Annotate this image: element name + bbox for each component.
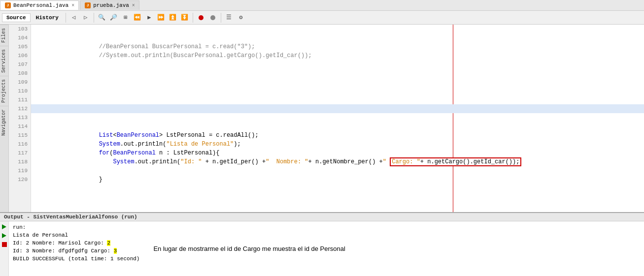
- play-icon: [2, 224, 6, 229]
- toolbar-btn-tasks[interactable]: ☰: [224, 13, 235, 23]
- toolbar-btn-r5[interactable]: ⏬: [179, 13, 190, 23]
- line-num-115: 115: [12, 131, 28, 140]
- code-line-113: [31, 113, 644, 122]
- output-stop-btn[interactable]: [1, 241, 8, 248]
- line-num-113: 113: [12, 113, 28, 122]
- line-num-111: 111: [12, 95, 28, 104]
- red-circle-icon: [199, 15, 203, 20]
- code-line-108: [31, 69, 644, 78]
- toolbar-btn-forward[interactable]: ▷: [80, 13, 91, 23]
- code-line-106: [31, 51, 644, 60]
- highlight-3: 3: [114, 248, 117, 254]
- output-panel: Output - SistVentasMuebleriaAlfonso (run…: [0, 212, 644, 276]
- tab-prueba-label: prueba.java: [93, 2, 129, 8]
- toolbar-sep-2: [94, 13, 94, 23]
- navigator-panel-tab[interactable]: Navigator: [0, 106, 8, 139]
- gray-circle-icon: [210, 15, 215, 20]
- line-num-118: 118: [12, 157, 28, 166]
- tab-prueba[interactable]: J prueba.java ×: [80, 0, 139, 10]
- line-num-109: 109: [12, 78, 28, 87]
- code-line-110: [31, 87, 644, 95]
- toolbar-btn-r2[interactable]: ▶: [144, 13, 155, 23]
- output-left-buttons: [0, 221, 9, 276]
- line-num-104: 104: [12, 33, 28, 42]
- toolbar-btn-toggle1[interactable]: [196, 13, 206, 23]
- output-header: Output - SistVentasMuebleriaAlfonso (run…: [0, 213, 644, 221]
- code-line-105: //System.out.println(BuscarPersonal.getC…: [31, 42, 644, 51]
- annotation-text: En lugar de mostrarme el id de Cargo me …: [153, 245, 345, 252]
- toolbar-btn-search2[interactable]: 🔎: [108, 13, 119, 23]
- line-num-117: 117: [12, 149, 28, 157]
- stop-icon: [2, 242, 7, 247]
- toolbar-btn-find[interactable]: ⊞: [120, 13, 131, 23]
- output-play2-btn[interactable]: [1, 232, 8, 239]
- code-line-119: }: [31, 166, 644, 175]
- output-header-label: Output - SistVentasMuebleriaAlfonso (run…: [4, 214, 137, 220]
- line-num-112: 112: [12, 104, 28, 113]
- code-line-117: System.out.println("Id: " + n.getId_per(…: [31, 149, 644, 157]
- highlight-2: 2: [107, 240, 110, 246]
- left-panels: Files Services Projects Navigator: [0, 25, 9, 212]
- code-line-114: List<BeanPersonal> LstPersonal = c.readA…: [31, 122, 644, 131]
- line-num-105: 105: [12, 42, 28, 51]
- code-content[interactable]: //BeanPersonal BuscarPersonal = c.read("…: [31, 25, 644, 212]
- code-editor: 103 104 105 106 107 108 109 110 111 112 …: [9, 25, 644, 212]
- line-numbers: 103 104 105 106 107 108 109 110 111 112 …: [9, 25, 31, 212]
- projects-panel-tab[interactable]: Projects: [0, 76, 8, 106]
- toolbar-btn-back[interactable]: ◁: [68, 13, 79, 23]
- line-num-116: 116: [12, 140, 28, 149]
- line-num-103: 103: [12, 25, 28, 33]
- code-line-103: [31, 25, 644, 33]
- tab-prueba-close[interactable]: ×: [132, 3, 135, 8]
- toolbar-btn-search[interactable]: 🔍: [97, 13, 107, 23]
- code-line-112[interactable]: [31, 104, 644, 113]
- output-line-lista: Lista de Personal: [13, 231, 139, 239]
- source-tab-label: Source: [6, 15, 26, 21]
- java-file-icon: J: [4, 2, 11, 9]
- toolbar-btn-stop[interactable]: [207, 13, 218, 23]
- tab-bean-label: BeanPersonal.java: [13, 2, 68, 8]
- output-body: run: Lista de Personal Id: 2 Nombre: Mar…: [0, 221, 644, 276]
- history-tab-label: History: [36, 15, 59, 21]
- services-panel-tab[interactable]: Services: [0, 46, 8, 76]
- toolbar-btn-config[interactable]: ⚙: [236, 13, 246, 23]
- line-num-114: 114: [12, 122, 28, 131]
- code-lines-container: 103 104 105 106 107 108 109 110 111 112 …: [9, 25, 644, 212]
- files-panel-tab[interactable]: Files: [0, 25, 8, 46]
- line-num-106: 106: [12, 51, 28, 60]
- output-line-id3: Id: 3 Nombre: dfgdfgdfg Cargo: 3: [13, 247, 139, 255]
- editor-container: Files Services Projects Navigator 103 10…: [0, 25, 644, 212]
- tab-bean-personal[interactable]: J BeanPersonal.java ×: [0, 0, 79, 10]
- source-toolbar: Source History ◁ ▷ 🔍 🔎 ⊞ ⏪ ▶ ⏩ ⏫ ⏬ ☰ ⚙: [0, 11, 644, 25]
- toolbar-btn-r1[interactable]: ⏪: [132, 13, 143, 23]
- code-line-111: [31, 95, 644, 104]
- output-content: run: Lista de Personal Id: 2 Nombre: Mar…: [9, 221, 644, 276]
- line-num-120: 120: [12, 175, 28, 184]
- toolbar-sep-4: [221, 13, 221, 23]
- code-line-104: //BeanPersonal BuscarPersonal = c.read("…: [31, 33, 644, 42]
- toolbar-sep-1: [66, 13, 66, 23]
- line-num-110: 110: [12, 87, 28, 95]
- output-play-btn[interactable]: [1, 223, 8, 230]
- toolbar-btn-r3[interactable]: ⏩: [156, 13, 167, 23]
- play-icon-2: [2, 233, 6, 238]
- line-num-108: 108: [12, 69, 28, 78]
- toolbar-sep-3: [193, 13, 193, 23]
- history-tab[interactable]: History: [32, 13, 63, 22]
- code-line-109: [31, 78, 644, 87]
- code-line-118: [31, 157, 644, 166]
- source-tab[interactable]: Source: [2, 13, 31, 22]
- output-line-run: run:: [13, 223, 139, 231]
- line-num-107: 107: [12, 60, 28, 69]
- code-line-120: [31, 175, 644, 184]
- output-text: run: Lista de Personal Id: 2 Nombre: Mar…: [13, 223, 139, 274]
- tab-bar: J BeanPersonal.java × J prueba.java ×: [0, 0, 644, 11]
- tab-bean-close[interactable]: ×: [71, 3, 74, 8]
- line-num-119: 119: [12, 166, 28, 175]
- output-line-id2: Id: 2 Nombre: Marisol Cargo: 2: [13, 239, 139, 247]
- code-line-107: [31, 60, 644, 69]
- toolbar-btn-r4[interactable]: ⏫: [168, 13, 178, 23]
- code-line-115: System.out.println("Lista de Personal");: [31, 131, 644, 140]
- code-line-116: for(BeanPersonal n : LstPersonal){: [31, 140, 644, 149]
- java-file-icon-2: J: [84, 2, 91, 9]
